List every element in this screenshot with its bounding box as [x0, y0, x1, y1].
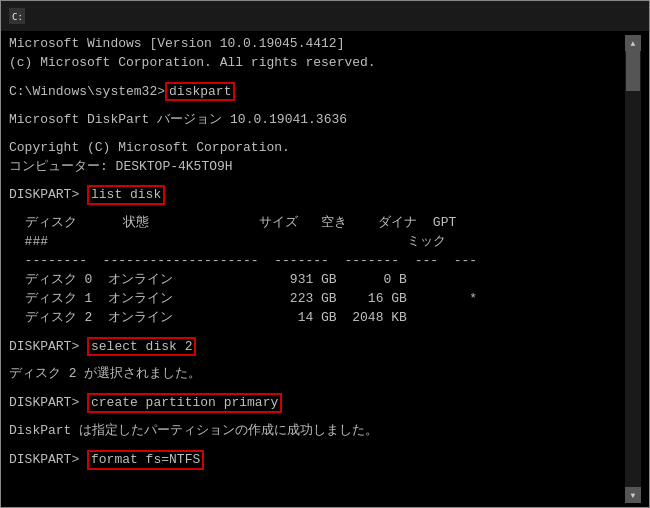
- console-line: Copyright (C) Microsoft Corporation.: [9, 139, 625, 158]
- console-line: コンピューター: DESKTOP-4K5TO9H: [9, 158, 625, 177]
- console-line: (c) Microsoft Corporation. All rights re…: [9, 54, 625, 73]
- console-area: Microsoft Windows [Version 10.0.19045.44…: [1, 31, 649, 507]
- command-text: list disk: [87, 185, 165, 205]
- scroll-down-button[interactable]: ▼: [625, 487, 641, 503]
- maximize-button[interactable]: [549, 1, 595, 31]
- console-line: DISKPART> format fs=NTFS: [9, 450, 625, 470]
- console-line: [9, 130, 625, 139]
- prompt-text: DISKPART>: [9, 339, 87, 354]
- close-button[interactable]: [595, 1, 641, 31]
- console-line: [9, 356, 625, 365]
- console-line: [9, 413, 625, 422]
- scrollbar-thumb[interactable]: [626, 51, 640, 91]
- title-controls: [503, 1, 641, 31]
- console-line: DISKPART> select disk 2: [9, 337, 625, 357]
- console-line: [9, 441, 625, 450]
- svg-text:C:: C:: [12, 12, 23, 22]
- prompt-text: DISKPART>: [9, 452, 87, 467]
- console-line: DISKPART> create partition primary: [9, 393, 625, 413]
- scrollbar[interactable]: ▲ ▼: [625, 35, 641, 503]
- console-line: Microsoft DiskPart バージョン 10.0.19041.3636: [9, 111, 625, 130]
- console-line: [9, 384, 625, 393]
- cmd-window: C: Microsoft Windows [Version 10.0.19045…: [0, 0, 650, 508]
- console-line: ### ミック: [9, 233, 625, 252]
- command-text: create partition primary: [87, 393, 282, 413]
- console-line: Microsoft Windows [Version 10.0.19045.44…: [9, 35, 625, 54]
- console-line: DISKPART> list disk: [9, 185, 625, 205]
- title-bar-left: C:: [9, 8, 31, 24]
- console-line: [9, 73, 625, 82]
- console-line: [9, 205, 625, 214]
- scrollbar-track[interactable]: [625, 51, 641, 487]
- console-content: Microsoft Windows [Version 10.0.19045.44…: [9, 35, 625, 503]
- console-line: [9, 102, 625, 111]
- scroll-up-button[interactable]: ▲: [625, 35, 641, 51]
- console-line: C:\Windows\system32>diskpart: [9, 82, 625, 102]
- console-line: DiskPart は指定したパーティションの作成に成功しました。: [9, 422, 625, 441]
- prompt-text: DISKPART>: [9, 187, 87, 202]
- command-text: select disk 2: [87, 337, 196, 357]
- console-line: [9, 327, 625, 336]
- console-line: -------- -------------------- ------- --…: [9, 252, 625, 271]
- cmd-icon: C:: [9, 8, 25, 24]
- console-line: ディスク 状態 サイズ 空き ダイナ GPT: [9, 214, 625, 233]
- minimize-button[interactable]: [503, 1, 549, 31]
- console-line: ディスク 2 オンライン 14 GB 2048 KB: [9, 309, 625, 328]
- prompt-text: DISKPART>: [9, 395, 87, 410]
- console-line: ディスク 0 オンライン 931 GB 0 B: [9, 271, 625, 290]
- command-text: diskpart: [165, 82, 235, 102]
- console-line: [9, 176, 625, 185]
- prompt-text: C:\Windows\system32>: [9, 84, 165, 99]
- console-line: ディスク 2 が選択されました。: [9, 365, 625, 384]
- title-bar: C:: [1, 1, 649, 31]
- console-line: ディスク 1 オンライン 223 GB 16 GB *: [9, 290, 625, 309]
- command-text: format fs=NTFS: [87, 450, 204, 470]
